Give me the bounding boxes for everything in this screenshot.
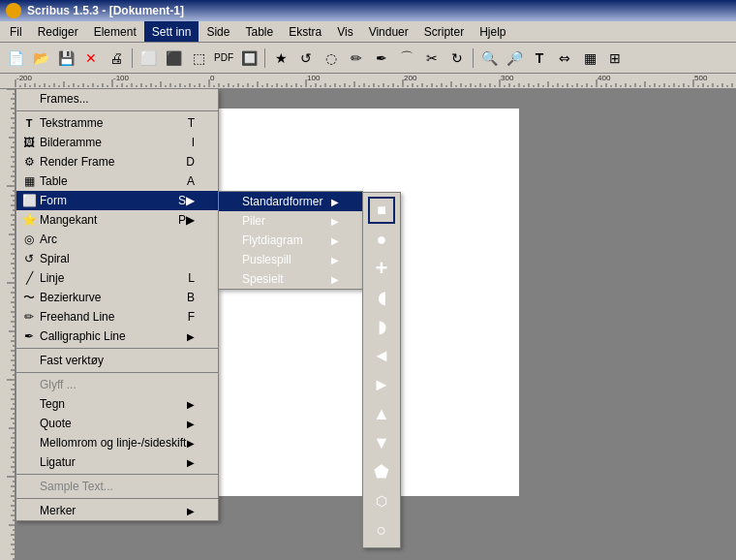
sep-2 bbox=[16, 348, 218, 349]
canvas-area: Frames... T Tekstramme T 🖼 Bilderamme I … bbox=[15, 89, 736, 560]
menu-scripter[interactable]: Scripter bbox=[416, 21, 472, 42]
submenu-spesielt[interactable]: Spesielt ▶ bbox=[219, 269, 362, 289]
submenu-piler[interactable]: Piler ▶ bbox=[219, 211, 362, 231]
menu-item-sampletext: Sample Text... bbox=[16, 477, 218, 496]
menu-vis[interactable]: Vis bbox=[329, 21, 360, 42]
menu-rediger[interactable]: Rediger bbox=[30, 21, 86, 42]
shape-pentagon[interactable]: ⬟ bbox=[368, 458, 395, 485]
shape-rectangle[interactable]: ■ bbox=[368, 197, 395, 224]
sep-5 bbox=[16, 498, 218, 499]
menu-side[interactable]: Side bbox=[199, 21, 237, 42]
calligraphic-icon: ✒ bbox=[20, 327, 38, 345]
close-btn[interactable]: ✕ bbox=[79, 47, 103, 70]
tb-pencil[interactable]: ✏ bbox=[345, 47, 368, 70]
standardformer-panel: ■ ● + ◖ ◗ bbox=[362, 192, 401, 548]
menu-ekstra[interactable]: Ekstra bbox=[281, 21, 329, 42]
tb-zoom-in[interactable]: 🔍 bbox=[477, 47, 501, 70]
menu-item-fastverkoy[interactable]: Fast verktøy bbox=[16, 351, 218, 370]
menu-item-merker[interactable]: Merker ▶ bbox=[16, 501, 218, 520]
save-btn[interactable]: 💾 bbox=[54, 47, 77, 70]
sep3 bbox=[473, 48, 474, 68]
menu-item-mellomrom[interactable]: Mellomrom og linje-/sideskift ▶ bbox=[16, 433, 218, 452]
shape-circle[interactable]: ● bbox=[368, 226, 395, 253]
shape-triangle-right[interactable]: ► bbox=[368, 371, 395, 398]
menu-item-linje[interactable]: ╱ Linje L bbox=[16, 268, 218, 288]
menu-hjelp[interactable]: Hjelp bbox=[472, 21, 513, 42]
tb-pen[interactable]: ✒ bbox=[370, 47, 393, 70]
window-title: Scribus 1.5.3 - [Dokument-1] bbox=[27, 4, 184, 17]
print-btn[interactable]: 🖨 bbox=[105, 47, 128, 70]
tb-zoom-out[interactable]: 🔎 bbox=[503, 47, 526, 70]
horizontal-ruler bbox=[0, 74, 736, 89]
menu-item-form[interactable]: ⬜ Form S▶ Standardformer ▶ ■ bbox=[16, 191, 218, 210]
freehand-icon: ✏ bbox=[20, 308, 38, 326]
form-icon: ⬜ bbox=[20, 192, 38, 209]
tb-curve[interactable]: ⌒ bbox=[395, 47, 418, 70]
tb-spiral[interactable]: ↺ bbox=[294, 47, 318, 70]
menu-item-table[interactable]: ▦ Table A bbox=[16, 171, 218, 191]
form-submenu: Standardformer ▶ ■ ● + bbox=[218, 191, 363, 290]
shape-crescent-right[interactable]: ◗ bbox=[368, 313, 395, 340]
ruler-canvas-h bbox=[0, 74, 736, 87]
tb-star[interactable]: ★ bbox=[269, 47, 292, 70]
menu-item-calligraphic[interactable]: ✒ Calligraphic Line ▶ bbox=[16, 327, 218, 346]
shape-triangle-down[interactable]: ▼ bbox=[368, 429, 395, 456]
menu-sett-inn[interactable]: Sett inn bbox=[144, 21, 199, 42]
menu-item-quote[interactable]: Quote ▶ bbox=[16, 414, 218, 433]
sep-3 bbox=[16, 372, 218, 373]
submenu-puslespill[interactable]: Puslespill ▶ bbox=[219, 250, 362, 269]
menu-item-glyff: Glyff ... bbox=[16, 375, 218, 394]
submenu-flytdiagram[interactable]: Flytdiagram ▶ bbox=[219, 231, 362, 250]
tb-btn4[interactable]: PDF bbox=[212, 47, 235, 70]
submenu-standardformer[interactable]: Standardformer ▶ ■ ● + bbox=[219, 192, 362, 211]
tb-rotate[interactable]: ↻ bbox=[445, 47, 469, 70]
tb-grid[interactable]: ▦ bbox=[578, 47, 601, 70]
sep2 bbox=[264, 48, 265, 68]
menu-vinduer[interactable]: Vinduer bbox=[361, 21, 416, 42]
menu-item-frames[interactable]: Frames... bbox=[16, 89, 218, 109]
mangekant-icon: ⭐ bbox=[20, 211, 38, 229]
tb-link[interactable]: ⇔ bbox=[553, 47, 576, 70]
title-bar: Scribus 1.5.3 - [Dokument-1] bbox=[0, 0, 736, 21]
menu-item-tegn[interactable]: Tegn ▶ bbox=[16, 394, 218, 414]
shape-hexagon[interactable]: ⬡ bbox=[368, 487, 395, 514]
settinn-dropdown: Frames... T Tekstramme T 🖼 Bilderamme I … bbox=[15, 89, 219, 521]
menu-item-mangekant[interactable]: ⭐ Mangekant P▶ bbox=[16, 210, 218, 230]
shape-triangle-left[interactable]: ◄ bbox=[368, 342, 395, 369]
tb-text[interactable]: T bbox=[528, 47, 551, 70]
menu-item-ligatur[interactable]: Ligatur ▶ bbox=[16, 452, 218, 472]
menu-item-tekstramme[interactable]: T Tekstramme T bbox=[16, 113, 218, 133]
tb-table2[interactable]: ⊞ bbox=[603, 47, 627, 70]
shape-circle-outline[interactable]: ○ bbox=[368, 516, 395, 544]
arc-icon: ◎ bbox=[20, 231, 38, 248]
tb-btn3[interactable]: ⬚ bbox=[187, 47, 210, 70]
menu-item-freehand[interactable]: ✏ Freehand Line F bbox=[16, 307, 218, 327]
shape-triangle-up[interactable]: ▲ bbox=[368, 400, 395, 427]
menu-item-arc[interactable]: ◎ Arc bbox=[16, 230, 218, 249]
linje-icon: ╱ bbox=[20, 269, 38, 287]
new-btn[interactable]: 📄 bbox=[4, 47, 27, 70]
spiral-icon: ↺ bbox=[20, 250, 38, 267]
sep-1 bbox=[16, 110, 218, 111]
tb-circle[interactable]: ◌ bbox=[320, 47, 343, 70]
tb-btn5[interactable]: 🔲 bbox=[237, 47, 261, 70]
bezier-icon: 〜 bbox=[20, 289, 38, 306]
menu-item-bilderamme[interactable]: 🖼 Bilderamme I bbox=[16, 133, 218, 152]
open-btn[interactable]: 📂 bbox=[29, 47, 52, 70]
menu-fil[interactable]: Fil bbox=[2, 21, 30, 42]
tb-btn2[interactable]: ⬛ bbox=[162, 47, 185, 70]
sep-4 bbox=[16, 474, 218, 475]
toolbar: 📄 📂 💾 ✕ 🖨 ⬜ ⬛ ⬚ PDF 🔲 ★ ↺ ◌ ✏ ✒ ⌒ ✂ ↻ 🔍 … bbox=[0, 43, 736, 74]
menu-table[interactable]: Table bbox=[237, 21, 281, 42]
menu-item-renderframe[interactable]: ⚙ Render Frame D bbox=[16, 152, 218, 171]
shape-crescent-left[interactable]: ◖ bbox=[368, 284, 395, 311]
bilderamme-icon: 🖼 bbox=[20, 134, 38, 151]
shape-plus[interactable]: + bbox=[368, 255, 395, 282]
tb-scissors[interactable]: ✂ bbox=[420, 47, 444, 70]
menu-item-spiral[interactable]: ↺ Spiral bbox=[16, 249, 218, 268]
menu-item-bezier[interactable]: 〜 Bezierkurve B bbox=[16, 288, 218, 307]
menu-bar: Fil Rediger Element Sett inn Side Table … bbox=[0, 21, 736, 43]
menu-element[interactable]: Element bbox=[86, 21, 144, 42]
tb-btn1[interactable]: ⬜ bbox=[137, 47, 160, 70]
renderframe-icon: ⚙ bbox=[20, 153, 38, 171]
